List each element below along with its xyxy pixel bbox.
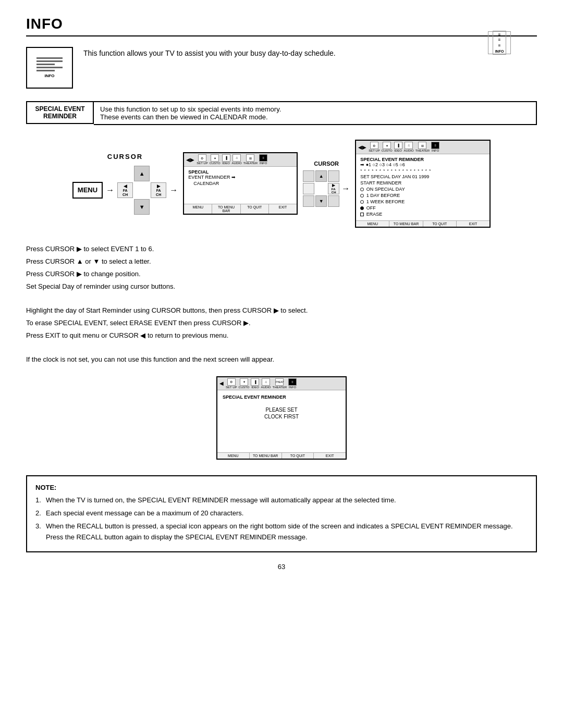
instr-line-6: To erase SPECIAL EVENT, select ERASE EVE… — [26, 317, 537, 329]
footer2-quit: TO QUIT — [423, 221, 457, 227]
note-item-2: 2. Each special event message can be a m… — [35, 508, 528, 519]
footer3-quit: TO QUIT — [282, 453, 314, 459]
note-section: NOTE: 1. When the TV is turned on, the S… — [26, 475, 537, 552]
footer2-menubar: TO MENU BAR — [389, 221, 423, 227]
tv-nav-arrow: ◀▶ — [186, 157, 194, 163]
instr-line-2: Press CURSOR ▲ or ▼ to select a letter. — [26, 256, 537, 267]
screen1-bold: SPECIAL — [188, 169, 292, 175]
cursor-down[interactable]: ▼ — [134, 199, 150, 215]
tv-icons-3: ⚙ SET UP ✦ CUSTO ▐ IDEO ♫ AUDIO — [226, 378, 297, 389]
screen2-opt4: OFF — [360, 205, 485, 211]
cursor-label-mid: CURSOR — [314, 161, 339, 167]
instr-line-4: Set Special Day of reminder using cursor… — [26, 281, 537, 292]
tv-icon-audio: ♫ — [232, 154, 241, 162]
radio-empty-3 — [360, 200, 364, 204]
footer3-menubar: TO MENU BAR — [250, 453, 282, 459]
instr-line-8: If the clock is not set, you can not use… — [26, 354, 537, 365]
screen2-start-reminder: START REMINDER — [360, 180, 485, 186]
tv-screen-2: ◀▶ ⚙ SET UP ✦ CUSTO ▐ IDEO ♫ — [355, 140, 491, 228]
diagram-section: CURSOR MENU → ▲ ◀ FACH — [26, 140, 537, 228]
radio-empty-2 — [360, 194, 364, 198]
checkbox-erase — [360, 213, 364, 216]
top-info-icon: ≡≡≡ INFO — [488, 31, 511, 54]
tv-menubar-1: ◀▶ ⚙ SET UP ✦ CUSTO ▐ IDEO ♫ — [184, 153, 297, 167]
footer1-quit: TO QUIT — [241, 204, 269, 214]
tv-content-3: SPECIAL EVENT REMINDER PLEASE SET CLOCK … — [217, 390, 346, 452]
tv3-icon-ideo: ▐ — [251, 378, 259, 386]
mid-arrow: → — [341, 184, 350, 193]
tv3-nav-arrow: ◀ — [219, 380, 224, 386]
cursor-up[interactable]: ▲ — [134, 166, 150, 181]
page-number: 63 — [26, 563, 537, 571]
note-item-1: 1. When the TV is turned on, the SPECIAL… — [35, 495, 528, 506]
cursor-left[interactable]: ◀ FACH — [117, 182, 133, 198]
footer2-menu: MENU — [356, 221, 389, 227]
tv3-icon-audio: ♫ — [262, 378, 270, 386]
tv-icon-ideo: ▐ — [222, 154, 230, 162]
screen1-line2: CALENDAR — [188, 181, 292, 186]
footer3-menu: MENU — [217, 453, 250, 459]
tv2-icon-info: ≡ — [431, 142, 439, 149]
tv-icon-custo: ✦ — [211, 154, 219, 162]
tv-screen-3: ◀ ⚙ SET UP ✦ CUSTO ▐ IDEO ♫ — [216, 376, 347, 460]
tv-screen-1: ◀▶ ⚙ SET UP ✦ CUSTO ▐ IDEO ♫ — [183, 152, 298, 215]
tv3-icon-setup: ⚙ — [227, 378, 236, 386]
screen2-stars: * * * * * * * * * * * * * * * * * * * — [360, 168, 485, 173]
tv-footer-1: MENU TO MENU BAR TO QUIT EXIT — [184, 204, 297, 214]
ser-label: SPECIAL EVENT REMINDER — [26, 101, 94, 124]
tv-icon-theater: ⊞ — [246, 154, 254, 162]
instr-line-7: Press EXIT to quit menu or CURSOR ◀ to r… — [26, 330, 537, 341]
tv-content-1: SPECIAL EVENT REMINDER ➡ CALENDAR — [184, 167, 297, 204]
footer1-menubar: TO MENU BAR — [212, 204, 240, 214]
instr-line-1: Press CURSOR ▶ to select EVENT 1 to 6. — [26, 243, 537, 255]
tv2-icon-custo: ✦ — [383, 142, 391, 149]
cursor-right[interactable]: ▶ FACH — [151, 182, 166, 198]
tv-footer-3: MENU TO MENU BAR TO QUIT EXIT — [217, 452, 346, 459]
screen2-opt2: 1 DAY BEFORE — [360, 193, 485, 198]
cursor-mid-right[interactable]: ▶ FACH — [328, 183, 339, 194]
screen2-special-day: SET SPECIAL DAY JAN 01 1999 — [360, 174, 485, 179]
radio-empty-1 — [360, 188, 364, 191]
instructions: Press CURSOR ▶ to select EVENT 1 to 6. P… — [26, 243, 537, 366]
tv3-icon-theater: THEAT — [275, 378, 284, 386]
tv2-icon-setup: ⚙ — [370, 142, 378, 149]
tv2-icon-theater: ⊞ — [418, 142, 426, 149]
tv2-icon-audio: ♫ — [405, 142, 413, 149]
cursor-pad-left: ▲ ◀ FACH ▶ FACH ▼ — [117, 166, 166, 215]
menu-label: MENU — [72, 182, 103, 199]
tv-icons-2: ⚙ SET UP ✦ CUSTO ▐ IDEO ♫ AUDIO — [369, 142, 439, 153]
tv-menubar-3: ◀ ⚙ SET UP ✦ CUSTO ▐ IDEO ♫ — [217, 377, 346, 391]
cursor-mid-up[interactable]: ▲ — [315, 170, 327, 182]
screen3-title: SPECIAL EVENT REMINDER — [223, 394, 340, 400]
info-icon-box: ≡≡≡ INFO — [493, 31, 507, 55]
tv-content-2: SPECIAL EVENT REMINDER ➡ ●1 ○2 ○3 ○4 ○5 … — [356, 154, 489, 220]
note-text-1: When the TV is turned on, the SPECIAL EV… — [46, 495, 396, 506]
note-text-2: Each special event message can be a maxi… — [46, 508, 243, 519]
screen2-opt3: 1 WEEK BEFORE — [360, 199, 485, 204]
tv-icon-info: ≡ — [259, 154, 267, 162]
footer1-exit: EXIT — [269, 204, 297, 214]
tv-nav-arrow-2: ◀▶ — [358, 144, 366, 150]
tv3-icon-info: ≡ — [288, 378, 297, 386]
screen3-line1: PLEASE SET — [223, 407, 340, 413]
second-diagram: ◀ ⚙ SET UP ✦ CUSTO ▐ IDEO ♫ — [26, 376, 537, 460]
screen2-title: SPECIAL EVENT REMINDER — [360, 157, 485, 162]
footer2-exit: EXIT — [457, 221, 489, 227]
footer1-menu: MENU — [184, 204, 212, 214]
note-item-3: 3. When the RECALL button is pressed, a … — [35, 521, 528, 543]
cursor-mid-down[interactable]: ▼ — [315, 195, 327, 207]
tv-footer-2: MENU TO MENU BAR TO QUIT EXIT — [356, 220, 489, 227]
instr-line-3: Press CURSOR ▶ to change position. — [26, 268, 537, 280]
tv-menubar-2: ◀▶ ⚙ SET UP ✦ CUSTO ▐ IDEO ♫ — [356, 141, 489, 154]
footer3-exit: EXIT — [314, 453, 346, 459]
page-title: INFO — [26, 16, 537, 36]
radio-filled-off — [360, 206, 364, 210]
tv2-icon-ideo: ▐ — [394, 142, 402, 149]
tv3-icon-custo: ✦ — [240, 378, 248, 386]
screen2-events: ➡ ●1 ○2 ○3 ○4 ○5 ○6 — [360, 162, 485, 167]
tv-icons: ⚙ SET UP ✦ CUSTO ▐ IDEO ♫ AUDIO — [197, 154, 267, 165]
cursor-label-left: CURSOR — [107, 153, 143, 161]
ser-desc: Use this function to set up to six speci… — [94, 101, 537, 125]
screen3-line2: CLOCK FIRST — [223, 414, 340, 419]
intro-text: This function allows your TV to assist y… — [83, 47, 336, 57]
